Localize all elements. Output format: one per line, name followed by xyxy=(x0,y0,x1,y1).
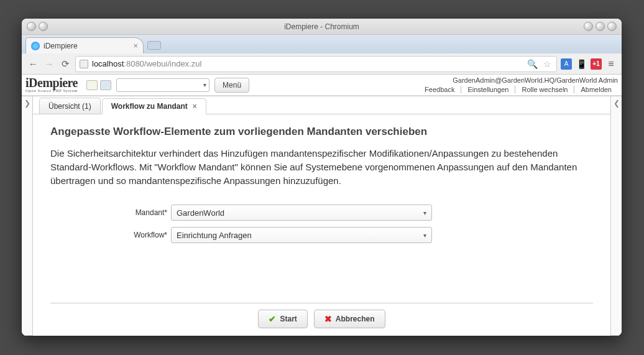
app-body: ❯ Übersicht (1) Workflow zu Mandant × An… xyxy=(22,96,622,336)
center-panel: Übersicht (1) Workflow zu Mandant × Ange… xyxy=(33,96,610,336)
url-text: localhost:8080/webui/index.zul xyxy=(92,59,201,68)
start-button[interactable]: ✔ Start xyxy=(258,310,307,328)
quick-search-dropdown[interactable]: ▾ xyxy=(116,78,209,92)
site-info-icon[interactable] xyxy=(80,60,88,68)
page-description: Die Sicherheitsarchitektur verhindert da… xyxy=(50,147,593,187)
close-tab-icon[interactable]: × xyxy=(193,102,197,111)
user-info: GardenAdmin@GardenWorld.HQ/GardenWorld A… xyxy=(418,76,618,84)
feedback-link[interactable]: Feedback xyxy=(418,86,461,93)
check-icon: ✔ xyxy=(269,314,276,324)
os-window: iDempiere - Chromium iDempiere × ← → ⟳ l… xyxy=(22,19,622,336)
workflow-value: Einrichtung Anfragen xyxy=(177,231,252,240)
caret-down-icon: ▾ xyxy=(423,210,426,216)
browser-tab[interactable]: iDempiere × xyxy=(25,37,144,53)
titlebar: iDempiere - Chromium xyxy=(22,19,622,35)
change-role-link[interactable]: Rolle wechseln xyxy=(515,86,574,93)
reload-button[interactable]: ⟳ xyxy=(59,58,71,70)
tab-workflow-mandant[interactable]: Workflow zu Mandant × xyxy=(102,98,206,114)
extension-icon[interactable]: 📱 xyxy=(576,58,587,70)
mandant-value: GardenWorld xyxy=(177,208,224,218)
window-title: iDempiere - Chromium xyxy=(22,22,622,31)
app-logo: iDempiere Open Source ERP System xyxy=(25,76,78,93)
tab-overview[interactable]: Übersicht (1) xyxy=(39,98,101,114)
zoom-icon[interactable]: 🔍 xyxy=(527,58,538,70)
cancel-button[interactable]: ✖ Abbrechen xyxy=(314,310,385,328)
header-links: Feedback Einstellungen Rolle wechseln Ab… xyxy=(418,86,618,93)
bookmark-star-icon[interactable]: ☆ xyxy=(541,58,553,70)
logout-link[interactable]: Abmelden xyxy=(574,86,618,93)
new-tab-button[interactable] xyxy=(147,41,161,50)
caret-down-icon: ▾ xyxy=(423,232,426,239)
workflow-label: Workflow* xyxy=(113,231,167,239)
browser-tabs-row: iDempiere × xyxy=(22,35,622,53)
new-record-icon[interactable] xyxy=(86,80,98,90)
favicon-icon xyxy=(31,42,40,50)
address-bar-row: ← → ⟳ localhost:8080/webui/index.zul 🔍 ☆… xyxy=(22,53,622,75)
window-icon[interactable] xyxy=(100,80,111,90)
close-tab-icon[interactable]: × xyxy=(133,41,138,50)
app-area: iDempiere Open Source ERP System ▾ Menü … xyxy=(22,75,622,336)
document-content: Angepasste Workflow-Elemente zum vorlieg… xyxy=(33,114,610,336)
left-panel-handle[interactable]: ❯ xyxy=(22,96,33,336)
form: Mandant* GardenWorld ▾ Workflow* Einrich… xyxy=(113,205,593,249)
app-header: iDempiere Open Source ERP System ▾ Menü … xyxy=(22,75,622,96)
menu-button[interactable]: Menü xyxy=(214,78,249,93)
mandant-select[interactable]: GardenWorld ▾ xyxy=(171,205,432,221)
workflow-select[interactable]: Einrichtung Anfragen ▾ xyxy=(171,227,432,243)
forward-button[interactable]: → xyxy=(43,58,55,70)
address-bar[interactable]: localhost:8080/webui/index.zul 🔍 ☆ xyxy=(75,56,557,72)
cancel-icon: ✖ xyxy=(324,314,332,324)
translate-icon[interactable]: A xyxy=(561,58,572,70)
settings-link[interactable]: Einstellungen xyxy=(461,86,515,93)
browser-tab-title: iDempiere xyxy=(44,42,78,50)
caret-down-icon: ▾ xyxy=(203,81,206,88)
mandant-label: Mandant* xyxy=(113,208,167,217)
back-button[interactable]: ← xyxy=(27,58,39,70)
google-plus-icon[interactable]: +1 xyxy=(591,58,602,70)
document-tabs: Übersicht (1) Workflow zu Mandant × xyxy=(33,96,610,114)
toolbar-icons xyxy=(86,80,111,90)
page-title: Angepasste Workflow-Elemente zum vorlieg… xyxy=(50,126,593,138)
button-bar: ✔ Start ✖ Abbrechen xyxy=(50,303,593,328)
browser-menu-icon[interactable]: ≡ xyxy=(605,58,617,70)
right-panel-handle[interactable]: ❮ xyxy=(610,96,622,336)
